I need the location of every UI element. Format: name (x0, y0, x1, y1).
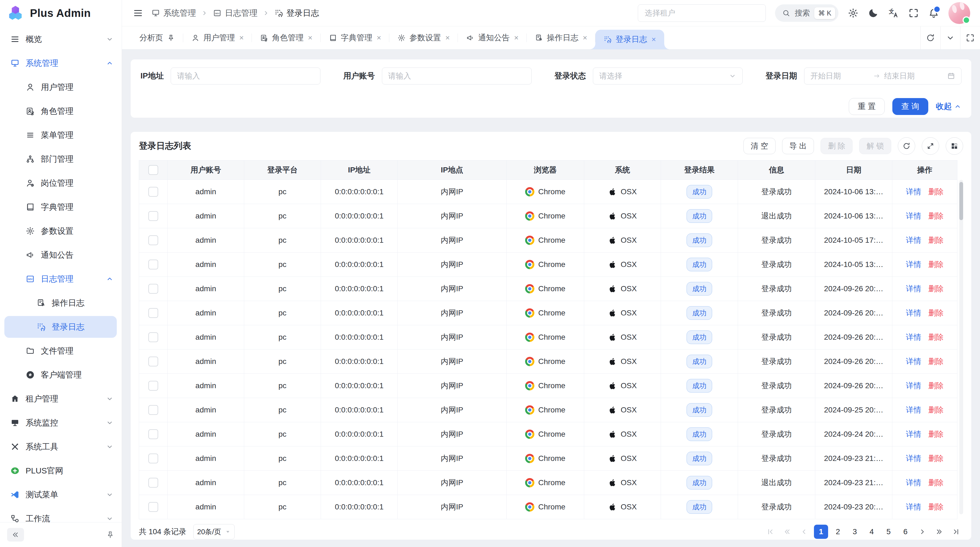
row-checkbox[interactable] (148, 187, 158, 197)
tab-用户管理[interactable]: 用户管理× (183, 26, 252, 49)
sidebar-item-客户端管理[interactable]: 客户端管理 (0, 363, 122, 387)
detail-link[interactable]: 详情 (906, 356, 921, 367)
table-scrollbar-thumb[interactable] (959, 182, 963, 220)
page-2[interactable]: 2 (831, 525, 845, 539)
translate-icon[interactable]: 文 (888, 8, 899, 19)
settings-gear-icon[interactable] (848, 8, 859, 19)
breadcrumb-item[interactable]: 系统管理 (151, 8, 196, 19)
row-checkbox[interactable] (148, 211, 158, 221)
fullscreen-icon[interactable] (908, 8, 919, 19)
sidebar-collapse-button[interactable] (7, 528, 24, 542)
tab-字典管理[interactable]: 字典管理× (321, 26, 389, 49)
row-checkbox[interactable] (148, 454, 158, 463)
sidebar-item-系统管理[interactable]: 系统管理 (0, 51, 122, 75)
close-icon[interactable]: × (583, 34, 587, 41)
close-icon[interactable]: × (239, 34, 243, 41)
maximize-view-button[interactable] (960, 26, 980, 49)
detail-link[interactable]: 详情 (906, 405, 921, 415)
sidebar-item-部门管理[interactable]: 部门管理 (0, 147, 122, 171)
row-checkbox[interactable] (148, 332, 158, 342)
detail-link[interactable]: 详情 (906, 429, 921, 439)
filter-daterange[interactable]: 开始日期 结束日期 (804, 67, 961, 85)
collapse-filters-link[interactable]: 收起 (936, 101, 961, 112)
detail-link[interactable]: 详情 (906, 381, 921, 391)
refresh-tab-button[interactable] (920, 26, 940, 49)
last-page-button[interactable] (949, 525, 963, 539)
next-page-button[interactable] (915, 525, 929, 539)
row-checkbox[interactable] (148, 381, 158, 391)
detail-link[interactable]: 详情 (906, 453, 921, 464)
page-size-select[interactable]: 20条/页 (193, 524, 235, 539)
delete-link[interactable]: 删除 (928, 284, 943, 294)
row-checkbox[interactable] (148, 357, 158, 367)
hamburger-icon[interactable] (133, 8, 143, 18)
sidebar-item-参数设置[interactable]: 参数设置 (0, 219, 122, 243)
delete-link[interactable]: 删除 (928, 187, 943, 197)
tab-通知公告[interactable]: 通知公告× (458, 26, 527, 49)
row-checkbox[interactable] (148, 260, 158, 270)
fullscreen-table-button[interactable] (922, 137, 939, 155)
select-all-checkbox[interactable] (148, 165, 158, 175)
sidebar-item-日志管理[interactable]: DEV 日志管理 (0, 267, 122, 291)
sidebar-item-概览[interactable]: 概览 (0, 27, 122, 51)
refresh-table-button[interactable] (898, 137, 915, 155)
column-settings-button[interactable] (946, 137, 963, 155)
jump-back-button[interactable] (780, 525, 794, 539)
first-page-button[interactable] (763, 525, 778, 539)
tab-menu-button[interactable] (940, 26, 960, 49)
delete-link[interactable]: 删除 (928, 381, 943, 391)
tenant-select[interactable]: 选择租户 (638, 4, 766, 22)
sidebar-item-工作流[interactable]: 工作流 (0, 507, 122, 522)
detail-link[interactable]: 详情 (906, 211, 921, 221)
sidebar-item-字典管理[interactable]: 字典管理 (0, 195, 122, 219)
filter-input-0[interactable]: 请输入 (171, 67, 320, 85)
sidebar-item-文件管理[interactable]: 文件管理 (0, 339, 122, 363)
detail-link[interactable]: 详情 (906, 478, 921, 488)
delete-link[interactable]: 删除 (928, 211, 943, 221)
row-checkbox[interactable] (148, 429, 158, 439)
close-icon[interactable]: × (308, 34, 312, 41)
notifications-bell-icon[interactable] (928, 8, 939, 19)
page-4[interactable]: 4 (865, 525, 879, 539)
sidebar-pin-icon[interactable] (106, 530, 115, 539)
delete-link[interactable]: 删除 (928, 356, 943, 367)
sidebar-item-租户管理[interactable]: 租户管理 (0, 387, 122, 411)
jump-forward-button[interactable] (932, 525, 946, 539)
page-5[interactable]: 5 (881, 525, 896, 539)
delete-link[interactable]: 删除 (928, 478, 943, 488)
delete-link[interactable]: 删除 (928, 259, 943, 270)
tab-角色管理[interactable]: 角色管理× (252, 26, 320, 49)
breadcrumb-item[interactable]: 登录日志 (274, 8, 319, 19)
row-checkbox[interactable] (148, 284, 158, 293)
global-search[interactable]: 搜索 ⌘ K (775, 4, 838, 22)
detail-link[interactable]: 详情 (906, 332, 921, 343)
sidebar-item-岗位管理[interactable]: 岗位管理 (0, 171, 122, 195)
row-checkbox[interactable] (148, 478, 158, 488)
close-icon[interactable]: × (377, 34, 381, 41)
tab-登录日志[interactable]: 登录日志× (595, 30, 664, 49)
row-checkbox[interactable] (148, 405, 158, 415)
breadcrumb-item[interactable]: DEV 日志管理 (213, 8, 258, 19)
row-checkbox[interactable] (148, 502, 158, 512)
close-icon[interactable]: × (445, 34, 450, 41)
filter-input-1[interactable]: 请输入 (382, 67, 531, 85)
detail-link[interactable]: 详情 (906, 284, 921, 294)
sidebar-item-用户管理[interactable]: 用户管理 (0, 75, 122, 99)
delete-link[interactable]: 删除 (928, 502, 943, 512)
sidebar-item-系统监控[interactable]: 系统监控 (0, 411, 122, 435)
reset-button[interactable]: 重 置 (849, 98, 885, 115)
detail-link[interactable]: 详情 (906, 235, 921, 246)
detail-link[interactable]: 详情 (906, 187, 921, 197)
prev-page-button[interactable] (797, 525, 811, 539)
user-avatar[interactable] (948, 2, 970, 24)
sidebar-item-PLUS官网[interactable]: PLUS官网 (0, 459, 122, 483)
sidebar-item-角色管理[interactable]: 角色管理 (0, 99, 122, 123)
close-icon[interactable]: × (514, 34, 518, 41)
detail-link[interactable]: 详情 (906, 308, 921, 318)
sidebar-item-测试菜单[interactable]: 测试菜单 (0, 483, 122, 507)
detail-link[interactable]: 详情 (906, 259, 921, 270)
search-button[interactable]: 查 询 (892, 98, 928, 115)
detail-link[interactable]: 详情 (906, 502, 921, 512)
sidebar-item-通知公告[interactable]: 通知公告 (0, 243, 122, 267)
tab-分析页[interactable]: 分析页 (131, 26, 183, 49)
